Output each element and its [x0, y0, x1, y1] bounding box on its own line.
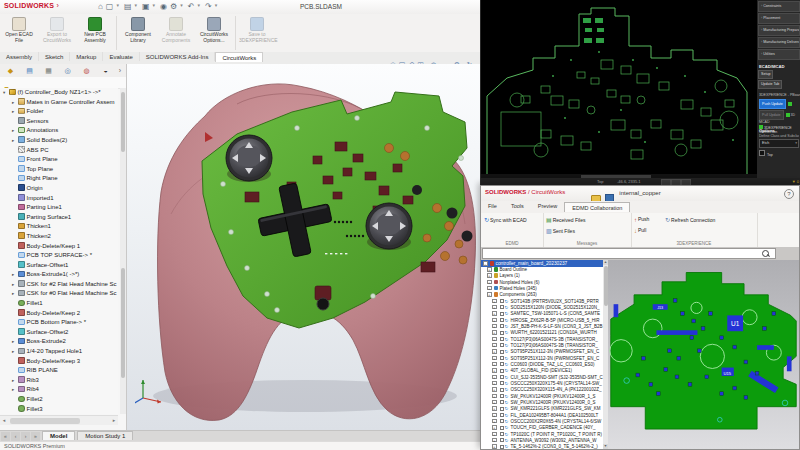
tab-scroll-next[interactable]: › [21, 432, 30, 441]
component-checkbox[interactable] [500, 318, 504, 322]
tab-scroll-last[interactable]: » [31, 432, 40, 441]
tree-expander-icon[interactable]: + [492, 362, 497, 367]
tree-expander-icon[interactable]: + [487, 273, 492, 278]
tree-root-item[interactable]: -controller_main_board_20230237 [481, 260, 603, 267]
new-document-icon[interactable]: ▢ [106, 2, 114, 11]
open-ecad-file-button[interactable]: Open ECAD File [1, 15, 37, 43]
tree-expander-icon[interactable]: + [492, 299, 497, 304]
command-tab-assembly[interactable]: Assembly [0, 52, 39, 61]
tree-item-body-delete-keep-2[interactable]: Body-Delete/Keep 2 [0, 309, 118, 319]
display-manager-tab[interactable]: ◍ [78, 65, 95, 76]
tree-expander-icon[interactable]: + [492, 387, 497, 392]
tree-item-parting-surface1[interactable]: Parting Surface1 [0, 213, 118, 223]
bottom-tab-model[interactable]: Model [42, 431, 75, 440]
tree-expander-icon[interactable]: + [492, 406, 497, 411]
component-checkbox[interactable] [500, 419, 504, 423]
tree-expander-icon[interactable]: + [492, 368, 497, 373]
tree-item-front-plane[interactable]: Front Plane [0, 155, 118, 165]
menu-tab-preview[interactable]: Preview [531, 201, 565, 210]
component-search-input[interactable] [482, 248, 776, 259]
component-checkbox[interactable] [500, 305, 504, 309]
tree-expander-icon[interactable]: + [492, 349, 497, 354]
tree-expander-icon[interactable]: + [492, 381, 497, 386]
tree-expander-icon[interactable]: + [487, 292, 492, 297]
dropdown-arrow-icon[interactable]: ▾ [215, 2, 218, 8]
tree-expander-icon[interactable]: + [492, 356, 497, 361]
dropdown-arrow-icon[interactable]: ▾ [180, 2, 183, 8]
class-dropdown[interactable]: Etch▾ [759, 139, 799, 148]
panel-section-placement[interactable]: ›Placement [758, 13, 800, 24]
update-tab-button[interactable]: Update Tab [758, 80, 782, 89]
tree-item-mates-in-game-controller-assem[interactable]: ▸Mates in Game Controller Assem [0, 98, 118, 108]
component-checkbox[interactable] [500, 432, 504, 436]
pull-button[interactable]: ↓Pull [634, 227, 646, 234]
dropdown-arrow-icon[interactable]: ▾ [153, 2, 156, 8]
component-checkbox[interactable] [500, 388, 504, 392]
tree-item-surface-offset1[interactable]: Surface-Offset1 [0, 261, 118, 271]
scroll-left-arrow[interactable]: ◂ [0, 417, 8, 423]
tree-item-abs-pc[interactable]: ABS PC [0, 146, 118, 156]
component-library-button[interactable]: Component Library [120, 15, 156, 43]
tree-item-body-delete-keep-3[interactable]: Body-Delete/Keep 3 [0, 357, 118, 367]
rebuild-icon[interactable]: ◉ [160, 2, 167, 11]
tree-expander-icon[interactable]: + [492, 425, 497, 430]
tree-expander-icon[interactable]: + [492, 432, 497, 437]
circuitworks-preview-canvas[interactable]: U1 U15 J13 [608, 260, 799, 449]
tree-item-origin[interactable]: Origin [0, 184, 118, 194]
redo-icon[interactable]: ↷ [205, 2, 212, 11]
undo-icon[interactable]: ↶ [188, 2, 195, 11]
component-checkbox[interactable] [500, 413, 504, 417]
tree-expander-icon[interactable]: - [483, 261, 488, 266]
tree-item-body-delete-keep-1[interactable]: Body-Delete/Keep 1 [0, 242, 118, 252]
setup-button[interactable]: Setup [758, 70, 773, 79]
tree-item-fillet3[interactable]: Fillet3 [0, 405, 118, 414]
scroll-right-arrow[interactable]: ▸ [110, 417, 118, 423]
tree-item-right-plane[interactable]: Right Plane [0, 174, 118, 184]
tree-expander-icon[interactable]: + [492, 311, 497, 316]
tree-item-boss-extrude1-[interactable]: ▸Boss-Extrude1( ->*) [0, 270, 118, 280]
tree-item-rib4[interactable]: ▸Rib4 [0, 385, 118, 395]
component-checkbox[interactable] [500, 375, 504, 379]
component-checkbox[interactable] [500, 356, 504, 360]
component-checkbox[interactable] [500, 299, 504, 303]
tree-item-annotations[interactable]: ▸Annotations [0, 126, 118, 136]
top-checkbox-row[interactable]: Top [759, 150, 799, 157]
tree-item-parting-line1[interactable]: Parting Line1 [0, 203, 118, 213]
tree-horizontal-scrollbar[interactable]: ◂ ▸ [0, 415, 118, 425]
tree-expander-icon[interactable]: + [492, 343, 497, 348]
tree-expander-icon[interactable]: + [492, 375, 497, 380]
tree-item-imported1[interactable]: Imported1 [0, 194, 118, 204]
panel-section-constraints[interactable]: ›Constraints [758, 1, 800, 12]
menu-tab-tools[interactable]: Tools [504, 201, 531, 210]
tree-component-item[interactable]: +↻TE_5-1462%-2 (CON3_0_TE_5-1462%-2_) [481, 444, 603, 449]
tree-item-pcb-bottom-plane-[interactable]: PCB Bottom Plane-> * [0, 318, 118, 328]
tree-expander-icon[interactable]: + [487, 267, 492, 272]
panel-section-manufacturing-preparation[interactable]: ›Manufacturing Preparation [758, 25, 800, 36]
property-manager-tab[interactable]: ▤ [21, 65, 38, 76]
ecad-board-canvas[interactable] [481, 0, 757, 178]
tree-expander-icon[interactable]: + [492, 305, 497, 310]
open-icon[interactable]: ▤ [124, 2, 132, 11]
tree-item-sensors[interactable]: Sensors [0, 117, 118, 127]
command-tab-markup[interactable]: Markup [70, 52, 103, 61]
tab-scroll-first[interactable]: « [1, 432, 10, 441]
dropdown-arrow-icon[interactable]: ▾ [197, 2, 200, 8]
dropdown-arrow-icon[interactable]: ▾ [134, 2, 137, 8]
component-checkbox[interactable] [500, 337, 504, 341]
dropdown-arrow-icon[interactable]: ▾ [116, 2, 119, 8]
component-checkbox[interactable] [500, 426, 504, 430]
save-icon[interactable]: ▣ [142, 2, 150, 11]
tree-expander-icon[interactable]: + [487, 286, 492, 291]
tree-expander-icon[interactable]: + [492, 413, 497, 418]
tree-expander-icon[interactable]: + [492, 419, 497, 424]
graphics-viewport[interactable] [127, 64, 480, 430]
tree-expander-icon[interactable]: + [492, 438, 497, 443]
logo-menu-arrow[interactable]: › [54, 2, 59, 9]
component-checkbox[interactable] [500, 324, 504, 328]
tree-item-pcb-top-surface-[interactable]: PCB TOP SURFACE-> * [0, 251, 118, 261]
tree-vertical-scrollbar[interactable] [120, 88, 126, 414]
top-checkbox[interactable] [759, 150, 765, 156]
push-update-button[interactable]: Push Update [759, 99, 786, 109]
panel-section-manufacturing-deliverables[interactable]: ›Manufacturing Deliverables [758, 37, 800, 48]
tree-expander-icon[interactable]: + [492, 318, 497, 323]
